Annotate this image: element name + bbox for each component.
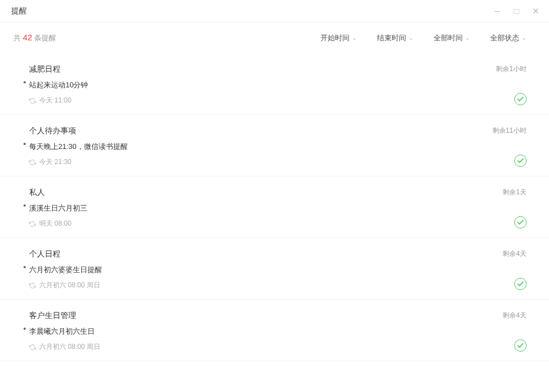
item-main: 个人待办事项 每天晚上21:30，微信读书提醒 今天 21:30 [29,126,492,167]
item-remaining: 剩余1天 [503,188,527,197]
item-main: 客户生日管理 李晨曦六月初六生日 六月初六 08:00 周日 [29,311,503,352]
summary-count: 42 [23,32,32,42]
filter-label: 全部时间 [434,33,463,43]
item-main: 个人日程 六月初六婆婆生日提醒 六月初六 08:00 周日 [29,249,503,290]
item-title: 减肥日程 [29,64,496,74]
item-remaining: 剩余1小时 [496,64,527,74]
repeat-icon [29,344,36,351]
item-title: 私人 [29,188,503,198]
repeat-icon [29,282,36,289]
reminder-item[interactable]: 客户生日管理 李晨曦六月初六生日 六月初六 08:00 周日 剩余4天 [0,300,549,361]
filter-all-status[interactable]: 全部状态 ⌄ [490,33,527,43]
repeat-icon [29,97,36,104]
item-right: 剩余4天 [503,311,527,352]
complete-button[interactable] [514,216,527,228]
bullet-icon [24,266,26,268]
minimize-button[interactable]: ─ [493,7,502,15]
filter-label: 开始时间 [320,33,350,43]
item-time-text: 今天 21:30 [39,157,71,167]
complete-button[interactable] [514,93,527,105]
item-right: 剩余11小时 [492,126,527,167]
item-remaining: 剩余4天 [503,249,527,259]
window-controls: ─ □ ✕ [493,7,540,15]
repeat-icon [29,221,36,227]
item-time: 明天 08:00 [29,219,503,228]
item-title: 个人待办事项 [29,126,492,136]
item-main: 减肥日程 站起来运动10分钟 今天 11:00 [29,64,496,105]
repeat-icon [29,159,36,166]
item-title: 客户生日管理 [29,311,503,321]
chevron-down-icon: ⌄ [408,34,413,41]
bullet-icon [24,143,26,145]
item-time: 今天 11:00 [29,96,496,105]
titlebar: 提醒 ─ □ ✕ [0,0,549,22]
filter-label: 全部状态 [490,33,519,43]
reminder-item[interactable]: 个人日程 六月初六婆婆生日提醒 六月初六 08:00 周日 剩余4天 [0,238,549,300]
reminder-item[interactable]: 私人 溪溪生日六月初三 明天 08:00 剩余1天 [0,176,549,238]
item-right: 剩余1天 [503,188,527,228]
filter-all-time[interactable]: 全部时间 ⌄ [434,33,470,43]
item-content: 六月初六婆婆生日提醒 [29,265,503,275]
close-button[interactable]: ✕ [531,7,540,15]
item-time: 六月初六 08:00 周日 [29,281,503,290]
item-content: 每天晚上21:30，微信读书提醒 [29,142,492,152]
filter-label: 结束时间 [377,33,406,43]
item-time-text: 六月初六 08:00 周日 [39,342,100,352]
item-content: 溪溪生日六月初三 [29,203,503,213]
window-title: 提醒 [11,6,27,16]
bullet-icon [24,81,26,83]
filter-start-time[interactable]: 开始时间 ⌄ [320,33,357,43]
complete-button[interactable] [514,155,527,167]
item-time: 今天 21:30 [29,157,492,167]
complete-button[interactable] [514,339,527,352]
item-time-text: 明天 08:00 [39,219,71,228]
item-time: 六月初六 08:00 周日 [29,342,503,352]
summary-suffix: 条提醒 [34,34,56,42]
chevron-down-icon: ⌄ [352,34,357,41]
reminder-list: 减肥日程 站起来运动10分钟 今天 11:00 剩余1小时 个人待办事项 每天晚… [0,53,549,361]
item-time-text: 六月初六 08:00 周日 [39,281,100,290]
bullet-icon [24,328,26,330]
chevron-down-icon: ⌄ [522,34,527,41]
item-time-text: 今天 11:00 [39,96,71,105]
filter-end-time[interactable]: 结束时间 ⌄ [377,33,413,43]
summary-prefix: 共 [13,34,21,42]
summary-row: 共 42 条提醒 开始时间 ⌄ 结束时间 ⌄ 全部时间 ⌄ 全部状态 ⌄ [0,22,549,53]
summary-text: 共 42 条提醒 [13,32,56,43]
item-title: 个人日程 [29,249,503,259]
item-remaining: 剩余11小时 [492,126,527,136]
maximize-button[interactable]: □ [512,7,521,15]
reminder-item[interactable]: 减肥日程 站起来运动10分钟 今天 11:00 剩余1小时 [0,53,549,115]
item-main: 私人 溪溪生日六月初三 明天 08:00 [29,188,503,228]
chevron-down-icon: ⌄ [465,34,470,41]
reminder-item[interactable]: 个人待办事项 每天晚上21:30，微信读书提醒 今天 21:30 剩余11小时 [0,115,549,176]
item-content: 李晨曦六月初六生日 [29,326,503,337]
item-right: 剩余1小时 [496,64,527,105]
complete-button[interactable] [514,278,527,290]
item-content: 站起来运动10分钟 [29,80,496,90]
item-right: 剩余4天 [503,249,527,290]
item-remaining: 剩余4天 [503,311,527,320]
filter-bar: 开始时间 ⌄ 结束时间 ⌄ 全部时间 ⌄ 全部状态 ⌄ [320,33,527,43]
bullet-icon [24,204,26,207]
